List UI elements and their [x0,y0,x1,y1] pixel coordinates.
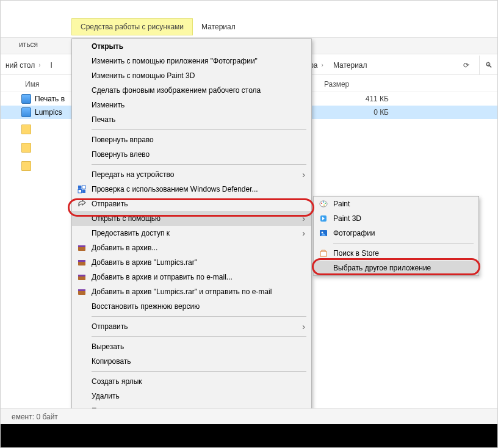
bottom-strip [1,424,497,447]
command-share[interactable]: иться [19,40,38,49]
svg-rect-2 [78,190,82,193]
svg-rect-0 [78,186,82,189]
svg-rect-3 [82,190,86,193]
svg-rect-11 [78,289,85,291]
menu-separator [333,243,474,244]
submenu-paint[interactable]: Paint [314,197,478,211]
menu-edit[interactable]: Изменить [72,98,311,112]
ribbon-tab-picture-tools[interactable]: Средства работы с рисунками [71,18,193,35]
menu-add-lumpics-email[interactable]: Добавить в архив "Lumpics.rar" и отправи… [72,284,311,299]
svg-point-16 [323,204,325,206]
shield-icon [76,184,88,194]
folder-item[interactable] [21,139,35,157]
folder-item[interactable] [21,120,35,139]
paint-icon [317,199,330,209]
submenu-store-search[interactable]: Поиск в Store [314,246,478,261]
folder-item[interactable] [21,157,35,175]
photos-icon [317,228,330,238]
chevron-right-icon: › [302,322,305,331]
folder-icon [21,161,31,171]
menu-rotate-left[interactable]: Повернуть влево [72,147,311,162]
breadcrumb-item[interactable]: I [45,59,57,72]
menu-separator [92,129,306,130]
svg-rect-20 [320,251,327,256]
svg-point-19 [322,232,323,234]
file-size: 0 КБ [316,108,389,117]
menu-send-to[interactable]: Отправить› [72,319,311,334]
menu-open[interactable]: Открыть [72,39,311,54]
file-size: 411 КБ [316,95,389,103]
menu-edit-paint3d[interactable]: Изменить с помощью Paint 3D [72,68,311,83]
menu-separator [92,316,306,317]
svg-point-14 [323,201,324,203]
svg-rect-5 [78,245,85,247]
window-title: Материал [193,19,244,35]
refresh-icon[interactable]: ⟳ [463,61,469,70]
menu-add-archive[interactable]: Добавить в архив... [72,240,311,255]
chevron-right-icon: › [302,228,305,238]
menu-edit-photos[interactable]: Изменить с помощью приложения "Фотографи… [72,54,311,68]
menu-print[interactable]: Печать [72,112,311,127]
svg-rect-7 [78,260,85,262]
winrar-icon [76,243,88,253]
folder-items [21,120,35,175]
share-icon [76,199,88,209]
store-icon [317,248,330,258]
winrar-icon [76,287,88,297]
svg-rect-9 [78,275,85,276]
svg-point-13 [321,203,322,204]
menu-separator [92,336,306,337]
menu-cast-to[interactable]: Передать на устройство› [72,167,311,182]
menu-give-access[interactable]: Предоставить доступ к› [72,226,311,240]
menu-delete[interactable]: Удалить [72,389,311,403]
folder-icon [21,125,31,134]
submenu-photos[interactable]: Фотографии [314,226,478,240]
winrar-icon [76,272,88,282]
chevron-right-icon: › [322,62,323,68]
folder-icon [21,143,31,153]
chevron-right-icon: › [302,214,305,223]
context-menu: Открыть Изменить с помощью приложения "Ф… [71,38,312,439]
winrar-icon [76,258,88,267]
chevron-right-icon: › [38,62,40,68]
paint3d-icon [317,214,330,223]
svg-rect-1 [82,186,86,189]
image-file-icon [21,94,31,104]
menu-copy[interactable]: Копировать [72,354,311,369]
search-icon[interactable]: 🔍︎ [479,56,497,74]
menu-share[interactable]: Отправить [72,197,311,211]
submenu-choose-another[interactable]: Выбрать другое приложение [314,261,478,275]
submenu-open-with: Paint Paint 3D Фотографии Поиск в Store … [313,196,479,276]
explorer-window: Средства работы с рисунками Материал ить… [0,0,498,448]
status-bar: емент: 0 байт [1,408,497,424]
svg-point-15 [325,203,326,204]
menu-restore-previous[interactable]: Восстановить прежнюю версию [72,299,311,314]
menu-add-archive-lumpics[interactable]: Добавить в архив "Lumpics.rar" [72,255,311,270]
menu-add-email[interactable]: Добавить в архив и отправить по e-mail..… [72,270,311,284]
menu-open-with[interactable]: Открыть с помощью› [72,211,311,226]
menu-rotate-right[interactable]: Повернуть вправо [72,132,311,147]
ribbon-tabs: Средства работы с рисунками Материал [1,18,497,36]
status-text: емент: 0 байт [12,413,58,421]
menu-separator [92,164,306,165]
chevron-right-icon: › [302,170,305,179]
menu-create-shortcut[interactable]: Создать ярлык [72,374,311,389]
column-size[interactable]: Размер [306,80,379,89]
menu-separator [92,371,306,372]
menu-set-wallpaper[interactable]: Сделать фоновым изображением рабочего ст… [72,83,311,98]
breadcrumb-item[interactable]: Материал [328,59,372,72]
breadcrumb-item[interactable]: ний стол› [1,59,45,72]
menu-defender[interactable]: Проверка с использованием Windows Defend… [72,182,311,197]
menu-cut[interactable]: Вырезать [72,339,311,354]
submenu-paint3d[interactable]: Paint 3D [314,211,478,226]
image-file-icon [21,107,31,117]
